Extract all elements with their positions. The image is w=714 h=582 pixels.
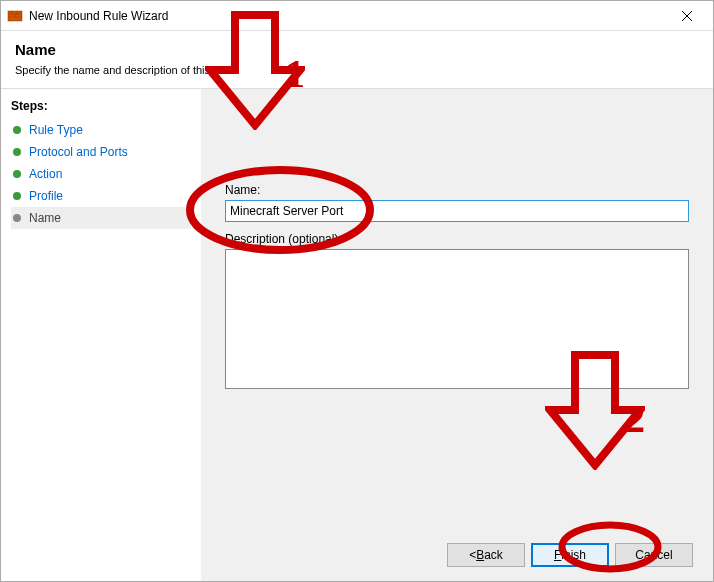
step-name[interactable]: Name [11,207,191,229]
main-pane: Name: Description (optional): < Back Fin… [201,89,713,581]
page-title: Name [15,41,699,58]
close-button[interactable] [667,2,707,30]
wizard-body: Steps: Rule Type Protocol and Ports Acti… [1,89,713,581]
step-label: Action [29,167,62,181]
wizard-header: Name Specify the name and description of… [1,31,713,89]
step-label: Name [29,211,61,225]
finish-button[interactable]: Finish [531,543,609,567]
firewall-icon [7,8,23,24]
name-field-group: Name: [225,183,689,222]
step-profile[interactable]: Profile [11,185,191,207]
description-input[interactable] [225,249,689,389]
step-rule-type[interactable]: Rule Type [11,119,191,141]
annotation-number-1: 1 [285,50,305,97]
steps-label: Steps: [11,99,191,113]
description-label: Description (optional): [225,232,689,246]
button-row: < Back Finish Cancel [447,543,693,567]
cancel-button[interactable]: Cancel [615,543,693,567]
window-title: New Inbound Rule Wizard [29,9,667,23]
step-bullet-icon [13,214,21,222]
step-bullet-icon [13,148,21,156]
step-protocol-ports[interactable]: Protocol and Ports [11,141,191,163]
annotation-number-2: 2 [625,395,645,442]
step-label: Protocol and Ports [29,145,128,159]
step-bullet-icon [13,126,21,134]
desc-field-group: Description (optional): [225,232,689,392]
back-button[interactable]: < Back [447,543,525,567]
step-bullet-icon [13,170,21,178]
close-icon [682,11,692,21]
name-label: Name: [225,183,689,197]
page-subtitle: Specify the name and description of this… [15,64,699,76]
step-label: Rule Type [29,123,83,137]
step-label: Profile [29,189,63,203]
wizard-window: New Inbound Rule Wizard Name Specify the… [0,0,714,582]
name-input[interactable] [225,200,689,222]
step-action[interactable]: Action [11,163,191,185]
step-bullet-icon [13,192,21,200]
titlebar: New Inbound Rule Wizard [1,1,713,31]
steps-sidebar: Steps: Rule Type Protocol and Ports Acti… [1,89,201,581]
